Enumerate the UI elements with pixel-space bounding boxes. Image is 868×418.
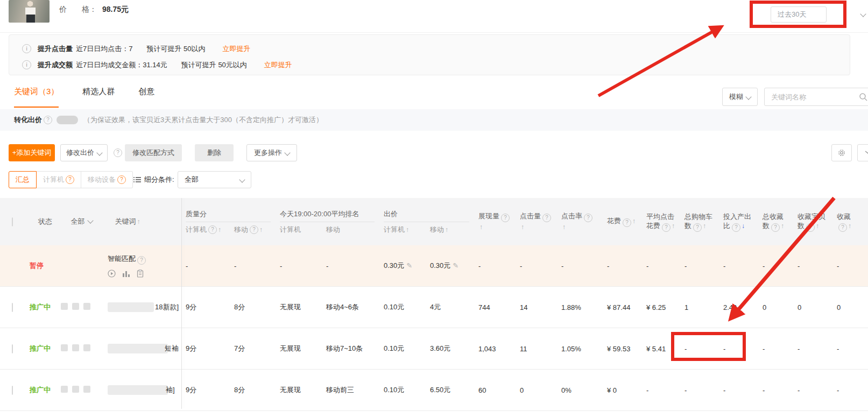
clipboard-icon[interactable] bbox=[137, 270, 144, 278]
tab-audience[interactable]: 精选人群 bbox=[82, 87, 115, 108]
keyword-label: 袖] bbox=[166, 385, 175, 395]
column-header-carts[interactable]: 总购物车数?↑ bbox=[681, 198, 719, 245]
tab-keywords[interactable]: 关键词（3） bbox=[14, 87, 59, 108]
edit-pencil-icon[interactable]: ✎ bbox=[453, 261, 458, 270]
keyword-toolbar: +添加关键词 修改出价 ? 修改匹配方式 删除 更多操作 bbox=[0, 144, 868, 161]
help-icon: ? bbox=[542, 214, 551, 222]
sort-up-icon: ↑ bbox=[137, 218, 140, 225]
column-header-ctr[interactable]: 点击率?↑ bbox=[558, 198, 603, 245]
keyword-ad-manager-page: 价格：98.75元 过去30天 i 提升点击量 近7日日均点击：7 预计可提升 … bbox=[0, 0, 868, 418]
cell-rank-mobile: 移动4~6条 bbox=[322, 302, 380, 312]
cell-qs-mobile: - bbox=[230, 262, 276, 270]
help-icon: ? bbox=[250, 225, 258, 234]
price-row: 价格：98.75元 bbox=[59, 5, 129, 15]
cell-qs-pc: 9分 bbox=[182, 385, 230, 395]
cell-clipped: - bbox=[833, 386, 868, 394]
column-group-quality-score: 质量分 计算机?↑ 移动?↑ bbox=[182, 198, 276, 245]
help-icon[interactable]: ? bbox=[137, 256, 146, 265]
segment-mobile[interactable]: 移动设备? bbox=[81, 171, 133, 188]
info-icon: i bbox=[22, 44, 31, 53]
column-header-keyword[interactable]: 关键词↑ bbox=[112, 217, 182, 226]
keyword-label: 智能匹配 bbox=[108, 254, 136, 263]
date-range-select[interactable]: 过去30天 bbox=[771, 6, 827, 23]
column-header-rank-mobile[interactable]: 移动 bbox=[322, 224, 380, 235]
sort-up-icon: ↑ bbox=[703, 222, 706, 230]
sort-up-icon: ↑ bbox=[672, 222, 675, 230]
cell-clicks: - bbox=[516, 262, 558, 270]
cell-clipped: 0 bbox=[833, 303, 868, 311]
cell-cost: ¥ 0 bbox=[603, 386, 643, 394]
search-icon[interactable] bbox=[859, 93, 867, 101]
edit-bid-button[interactable]: 修改出价 bbox=[60, 144, 108, 161]
settings-button[interactable] bbox=[831, 144, 852, 161]
cell-favorite-items: 0 bbox=[794, 303, 833, 311]
column-header-roi[interactable]: 投入产出比?↓ bbox=[719, 198, 759, 245]
segment-pc[interactable]: 计算机? bbox=[37, 171, 81, 188]
sort-up-icon: ↑ bbox=[848, 222, 851, 230]
row-checkbox[interactable] bbox=[12, 303, 13, 312]
row-checkbox[interactable] bbox=[12, 386, 13, 395]
column-header-avg-click-cost[interactable]: 平均点击花费?↑ bbox=[643, 198, 681, 245]
product-thumbnail[interactable] bbox=[9, 0, 50, 23]
boost-now-link[interactable]: 立即提升 bbox=[223, 44, 251, 54]
conversion-bid-note: （为保证效果，该宝贝近3天累计点击量大于300（不含定向推广）才可激活） bbox=[83, 115, 323, 125]
help-icon[interactable]: ? bbox=[44, 116, 52, 124]
column-header-cost[interactable]: 花费?↑ bbox=[603, 198, 643, 245]
cell-favorite-items: - bbox=[794, 386, 833, 394]
help-icon[interactable]: ? bbox=[114, 148, 122, 157]
chevron-down-icon[interactable] bbox=[860, 11, 866, 17]
column-header-clicks[interactable]: 点击量?↑ bbox=[516, 198, 558, 245]
cell-roi: - bbox=[719, 262, 759, 270]
status-filter-dropdown[interactable]: 全部 bbox=[67, 217, 112, 226]
edit-match-type-button[interactable]: 修改匹配方式 bbox=[125, 144, 182, 161]
keyword-search-input[interactable] bbox=[764, 88, 868, 106]
tab-creative[interactable]: 创意 bbox=[138, 87, 154, 108]
conversion-bid-toggle[interactable] bbox=[57, 116, 78, 124]
add-keyword-button[interactable]: +添加关键词 bbox=[9, 144, 55, 161]
price-label: 价 bbox=[59, 5, 67, 13]
table-row-keyword: 推广中 袖] 9分 8分 无展现 移动前三 0.10元 6.50元 60 0 0… bbox=[0, 369, 868, 411]
column-header-qs-mobile[interactable]: 移动?↑ bbox=[230, 224, 276, 235]
row-checkbox[interactable] bbox=[12, 344, 13, 353]
column-header-bid-mobile[interactable]: 移动↑ bbox=[426, 224, 475, 235]
filter-condition-select[interactable]: 全部 bbox=[178, 171, 251, 188]
cell-favorites: - bbox=[759, 345, 794, 353]
help-icon: ? bbox=[732, 223, 740, 232]
cell-bid-mobile: 3.60元 bbox=[426, 344, 475, 353]
chevron-down-icon bbox=[239, 176, 245, 182]
status-badge: 暂停 bbox=[24, 261, 57, 271]
help-icon: ? bbox=[838, 223, 847, 232]
bar-chart-icon[interactable] bbox=[122, 270, 130, 277]
cell-rank-pc: - bbox=[276, 262, 322, 270]
chevron-down-icon bbox=[745, 94, 751, 100]
boost-now-link[interactable]: 立即提升 bbox=[264, 60, 292, 70]
segment-total[interactable]: 汇总 bbox=[9, 171, 37, 188]
play-icon[interactable] bbox=[108, 270, 116, 278]
gear-icon bbox=[837, 148, 846, 157]
filter-condition-label: 细分条件: bbox=[133, 175, 174, 185]
cell-carts: - bbox=[681, 386, 719, 394]
cell-impressions: 744 bbox=[475, 303, 516, 311]
cell-clicks: 14 bbox=[516, 303, 558, 311]
more-actions-button[interactable]: 更多操作 bbox=[246, 144, 297, 161]
cell-impressions: - bbox=[475, 262, 516, 270]
expand-tools-button[interactable] bbox=[857, 144, 868, 161]
delete-button[interactable]: 删除 bbox=[195, 144, 234, 161]
help-icon: ? bbox=[771, 223, 780, 232]
match-mode-select[interactable]: 模糊 bbox=[722, 88, 758, 106]
column-header-favorites[interactable]: 总收藏数?↑ bbox=[759, 198, 794, 245]
cell-clipped: - bbox=[833, 262, 868, 270]
column-header-favorite-items[interactable]: 收藏宝贝数?↑ bbox=[794, 198, 833, 245]
column-header-bid-pc[interactable]: 计算机↑ bbox=[380, 224, 426, 235]
column-header-qs-pc[interactable]: 计算机?↑ bbox=[182, 224, 230, 235]
column-group-bid: 出价 计算机↑ 移动↑ bbox=[380, 198, 475, 245]
cell-bid-pc: 0.10元 bbox=[380, 344, 426, 353]
select-all-checkbox[interactable] bbox=[12, 217, 13, 226]
cell-rank-pc: 无展现 bbox=[276, 385, 322, 395]
cell-avg-click-cost: - bbox=[643, 386, 681, 394]
column-header-clipped[interactable]: 收藏?↑ bbox=[833, 198, 868, 245]
column-header-impressions[interactable]: 展现量?↑ bbox=[475, 198, 516, 245]
edit-pencil-icon[interactable]: ✎ bbox=[406, 261, 412, 270]
column-header-rank-pc[interactable]: 计算机 bbox=[276, 224, 322, 235]
cell-favorite-items: - bbox=[794, 345, 833, 353]
